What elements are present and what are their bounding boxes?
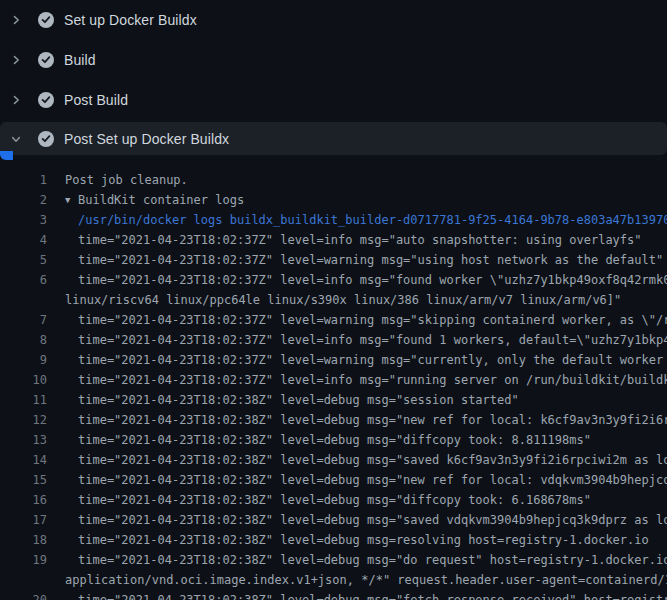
focus-indicator	[0, 151, 13, 160]
log-line: 3 /usr/bin/docker logs buildx_buildkit_b…	[0, 210, 667, 230]
log-line-text: time="2021-04-23T18:02:38Z" level=debug …	[78, 433, 591, 447]
steps-list: Set up Docker Buildx Build Post Build Po…	[0, 0, 667, 155]
step-header-setup-docker-buildx[interactable]: Set up Docker Buildx	[0, 0, 667, 40]
log-line-text: Post job cleanup.	[65, 173, 188, 187]
log-line-text: time="2021-04-23T18:02:38Z" level=debug …	[78, 413, 667, 427]
step-label: Post Set up Docker Buildx	[64, 131, 229, 147]
chevron-right-icon	[10, 14, 22, 26]
chevron-right-icon	[10, 54, 22, 66]
log-line: 16 time="2021-04-23T18:02:38Z" level=deb…	[0, 490, 667, 510]
log-line-text: time="2021-04-23T18:02:38Z" level=debug …	[78, 453, 667, 467]
log-line: 13 time="2021-04-23T18:02:38Z" level=deb…	[0, 430, 667, 450]
step-header-post-setup-docker-buildx[interactable]: Post Set up Docker Buildx	[0, 122, 667, 155]
log-line-number[interactable]: 19	[0, 553, 47, 567]
log-line-text: time="2021-04-23T18:02:38Z" level=debug …	[78, 493, 591, 507]
log-line: 17 time="2021-04-23T18:02:38Z" level=deb…	[0, 510, 667, 530]
log-line-number[interactable]: 15	[0, 473, 47, 487]
log-line: 10 time="2021-04-23T18:02:37Z" level=inf…	[0, 370, 667, 390]
log-line-number[interactable]: 13	[0, 433, 47, 447]
log-line-text: time="2021-04-23T18:02:37Z" level=warnin…	[78, 353, 667, 367]
step-header-build[interactable]: Build	[0, 40, 667, 80]
log-line-number[interactable]: 5	[0, 253, 47, 267]
check-circle-icon	[38, 131, 54, 147]
log-line-number[interactable]: 4	[0, 233, 47, 247]
log-line-number[interactable]: 17	[0, 513, 47, 527]
log-line: 7 time="2021-04-23T18:02:37Z" level=warn…	[0, 310, 667, 330]
log-line-text: time="2021-04-23T18:02:38Z" level=debug …	[78, 393, 519, 407]
log-line: 15 time="2021-04-23T18:02:38Z" level=deb…	[0, 470, 667, 490]
log-line: 4 time="2021-04-23T18:02:37Z" level=info…	[0, 230, 667, 250]
log-lines: 1 Post job cleanup. 2 ▼ BuildKit contain…	[0, 155, 667, 600]
log-line: 6 time="2021-04-23T18:02:37Z" level=info…	[0, 270, 667, 290]
step-label: Set up Docker Buildx	[64, 12, 197, 28]
log-line: 9 time="2021-04-23T18:02:37Z" level=warn…	[0, 350, 667, 370]
log-line: 2 ▼ BuildKit container logs	[0, 190, 667, 210]
log-line: 8 time="2021-04-23T18:02:37Z" level=info…	[0, 330, 667, 350]
log-line-text: application/vnd.oci.image.index.v1+json,…	[65, 573, 667, 587]
chevron-right-icon	[10, 94, 22, 106]
log-line: 1 Post job cleanup.	[0, 170, 667, 190]
log-line: 12 time="2021-04-23T18:02:38Z" level=deb…	[0, 410, 667, 430]
log-line-text: time="2021-04-23T18:02:38Z" level=debug …	[78, 553, 667, 567]
log-line-text: time="2021-04-23T18:02:37Z" level=info m…	[78, 373, 667, 387]
log-line-text: time="2021-04-23T18:02:38Z" level=debug …	[78, 593, 667, 600]
check-circle-icon	[38, 92, 54, 108]
log-line-number[interactable]: 10	[0, 373, 47, 387]
step-header-post-build[interactable]: Post Build	[0, 80, 667, 120]
log-line-text: /usr/bin/docker logs buildx_buildkit_bui…	[78, 213, 667, 227]
log-line-number[interactable]: 3	[0, 213, 47, 227]
check-circle-icon	[38, 52, 54, 68]
check-circle-icon	[38, 12, 54, 28]
log-line: 18 time="2021-04-23T18:02:38Z" level=deb…	[0, 530, 667, 550]
log-line: 14 time="2021-04-23T18:02:38Z" level=deb…	[0, 450, 667, 470]
log-line-text: time="2021-04-23T18:02:38Z" level=debug …	[78, 513, 667, 527]
log-line-text: time="2021-04-23T18:02:38Z" level=debug …	[78, 473, 667, 487]
log-line: 19 time="2021-04-23T18:02:38Z" level=deb…	[0, 550, 667, 570]
log-line-number[interactable]: 16	[0, 493, 47, 507]
log-line-number[interactable]: 9	[0, 353, 47, 367]
log-line: 11 time="2021-04-23T18:02:38Z" level=deb…	[0, 390, 667, 410]
step-label: Build	[64, 52, 96, 68]
log-line-number[interactable]: 20	[0, 593, 47, 600]
log-line-text: time="2021-04-23T18:02:37Z" level=warnin…	[78, 253, 663, 267]
chevron-down-icon	[10, 133, 22, 145]
log-line-number[interactable]: 14	[0, 453, 47, 467]
log-line-number[interactable]: 1	[0, 173, 47, 187]
log-line-text: time="2021-04-23T18:02:37Z" level=info m…	[78, 273, 667, 287]
log-line-text: time="2021-04-23T18:02:37Z" level=info m…	[78, 333, 667, 347]
log-line-text: linux/riscv64 linux/ppc64le linux/s390x …	[65, 293, 621, 307]
log-line-number[interactable]: 8	[0, 333, 47, 347]
log-line-number[interactable]: 18	[0, 533, 47, 547]
log-line-text: time="2021-04-23T18:02:37Z" level=warnin…	[78, 313, 667, 327]
log-line-number[interactable]: 2	[0, 193, 47, 207]
log-line-number[interactable]: 7	[0, 313, 47, 327]
step-label: Post Build	[64, 92, 128, 108]
log-line: linux/riscv64 linux/ppc64le linux/s390x …	[0, 290, 667, 310]
log-line-number[interactable]: 12	[0, 413, 47, 427]
log-line: 5 time="2021-04-23T18:02:37Z" level=warn…	[0, 250, 667, 270]
log-line-number[interactable]: 11	[0, 393, 47, 407]
log-line-number[interactable]: 6	[0, 273, 47, 287]
log-line-text: BuildKit container logs	[78, 193, 244, 207]
log-line-text: time="2021-04-23T18:02:38Z" level=debug …	[78, 533, 649, 547]
group-collapse-icon[interactable]: ▼	[65, 195, 78, 205]
log-line: 20 time="2021-04-23T18:02:38Z" level=deb…	[0, 590, 667, 600]
log-line-text: time="2021-04-23T18:02:37Z" level=info m…	[78, 233, 642, 247]
log-line: application/vnd.oci.image.index.v1+json,…	[0, 570, 667, 590]
